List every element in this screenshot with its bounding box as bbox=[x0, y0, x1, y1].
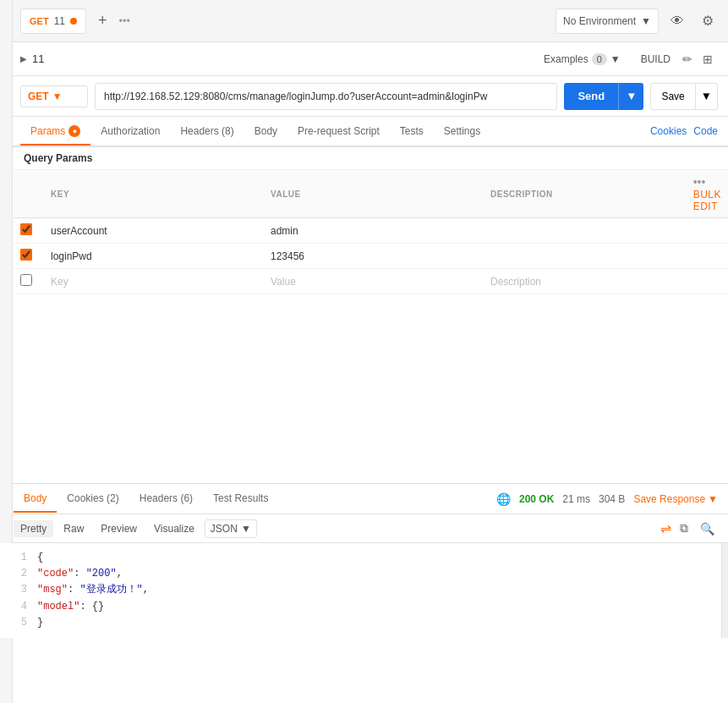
row1-key-input[interactable] bbox=[51, 225, 257, 237]
tab-settings[interactable]: Settings bbox=[434, 118, 490, 146]
response-tab-testresults[interactable]: Test Results bbox=[203, 486, 278, 513]
tab-authorization[interactable]: Authorization bbox=[90, 118, 170, 146]
eye-icon-button[interactable]: 👁 bbox=[665, 9, 689, 33]
row2-desc-input[interactable] bbox=[490, 250, 680, 262]
response-tab-headers[interactable]: Headers (6) bbox=[129, 486, 203, 513]
row2-checkbox[interactable] bbox=[20, 249, 32, 261]
examples-label: Examples bbox=[544, 53, 588, 65]
response-tab-body-label: Body bbox=[24, 492, 47, 504]
new-tab-button[interactable]: + bbox=[93, 12, 112, 30]
json-line-3: 3 "msg": "登录成功！", bbox=[10, 582, 718, 598]
copy-icon-button[interactable]: ⧉ bbox=[676, 519, 692, 537]
query-params-section: Query Params bbox=[0, 147, 728, 170]
format-pretty-button[interactable]: Pretty bbox=[14, 520, 53, 537]
row1-value-input[interactable] bbox=[271, 225, 477, 237]
expand-arrow[interactable]: ▶ bbox=[20, 54, 27, 63]
table-row bbox=[14, 218, 728, 244]
format-preview-button[interactable]: Preview bbox=[94, 520, 144, 537]
response-tab-body[interactable]: Body bbox=[14, 486, 57, 513]
format-raw-button[interactable]: Raw bbox=[57, 520, 90, 537]
table-row-empty bbox=[14, 269, 728, 294]
params-table: KEY VALUE DESCRIPTION ••• Bulk Edit bbox=[14, 170, 728, 294]
bulk-edit-button[interactable]: Bulk Edit bbox=[693, 189, 721, 212]
save-button[interactable]: Save bbox=[650, 83, 695, 110]
tab-tests[interactable]: Tests bbox=[390, 118, 434, 146]
status-time: 21 ms bbox=[562, 493, 590, 505]
request-tab[interactable]: GET 11 bbox=[20, 8, 86, 34]
cookies-link[interactable]: Cookies bbox=[650, 125, 687, 137]
col-key: KEY bbox=[44, 170, 264, 218]
search-icon-button[interactable]: 🔍 bbox=[697, 520, 718, 537]
env-label: No Environment bbox=[563, 15, 636, 27]
method-selector[interactable]: GET ▼ bbox=[20, 85, 88, 107]
params-badge: ● bbox=[68, 125, 80, 137]
send-button[interactable]: Send bbox=[564, 83, 618, 110]
row2-key-input[interactable] bbox=[51, 250, 257, 262]
response-tab-headers-label: Headers (6) bbox=[140, 492, 193, 504]
more-tabs-button[interactable]: ••• bbox=[119, 14, 131, 27]
row3-desc-input[interactable] bbox=[490, 276, 680, 288]
tab-params[interactable]: Params ● bbox=[20, 118, 90, 146]
status-size: 304 B bbox=[599, 493, 625, 505]
tab-settings-label: Settings bbox=[444, 125, 480, 137]
response-tab-cookies[interactable]: Cookies (2) bbox=[57, 486, 129, 513]
empty-params-area bbox=[14, 294, 728, 396]
tab-headers[interactable]: Headers (8) bbox=[170, 118, 244, 146]
tab-prerequest[interactable]: Pre-request Script bbox=[287, 118, 390, 146]
send-dropdown-button[interactable]: ▼ bbox=[618, 83, 643, 110]
tab-number: 11 bbox=[54, 15, 65, 27]
col-description: DESCRIPTION bbox=[484, 170, 687, 218]
row2-value-input[interactable] bbox=[271, 250, 477, 262]
tab-unsaved-dot bbox=[70, 18, 77, 25]
row3-value-input[interactable] bbox=[271, 276, 477, 288]
build-button[interactable]: BUILD bbox=[634, 51, 677, 68]
tab-prerequest-label: Pre-request Script bbox=[298, 125, 380, 137]
format-type-label: JSON bbox=[211, 523, 238, 535]
json-line-5: 5 } bbox=[10, 615, 718, 631]
row3-checkbox[interactable] bbox=[20, 274, 32, 286]
tab-headers-label: Headers (8) bbox=[180, 125, 233, 137]
examples-count: 0 bbox=[592, 53, 607, 65]
format-type-arrow: ▼ bbox=[241, 523, 251, 535]
col-actions: ••• Bulk Edit bbox=[687, 170, 728, 218]
tab-method: GET bbox=[30, 16, 49, 26]
request-name: 11 bbox=[32, 52, 44, 65]
table-icon-button[interactable]: ⊞ bbox=[698, 50, 718, 69]
examples-button[interactable]: Examples 0 ▼ bbox=[544, 53, 621, 65]
tab-params-label: Params bbox=[30, 125, 65, 137]
wrap-icon-button[interactable]: ⇌ bbox=[660, 520, 671, 536]
json-line-2: 2 "code": "200", bbox=[10, 566, 718, 582]
format-type-selector[interactable]: JSON ▼ bbox=[205, 519, 257, 538]
globe-icon: 🌐 bbox=[496, 492, 511, 506]
table-options-button[interactable]: ••• bbox=[693, 175, 706, 189]
save-dropdown-button[interactable]: ▼ bbox=[696, 83, 718, 110]
table-row bbox=[14, 244, 728, 269]
row1-checkbox[interactable] bbox=[20, 223, 32, 235]
response-tab-testresults-label: Test Results bbox=[213, 492, 268, 504]
row3-key-input[interactable] bbox=[51, 276, 257, 288]
settings-icon-button[interactable]: ⚙ bbox=[696, 9, 720, 33]
tab-body-label: Body bbox=[255, 125, 277, 137]
method-arrow: ▼ bbox=[52, 91, 63, 102]
format-visualize-button[interactable]: Visualize bbox=[147, 520, 201, 537]
tab-body[interactable]: Body bbox=[244, 118, 287, 146]
scrollbar[interactable] bbox=[721, 543, 728, 638]
json-line-4: 4 "model": {} bbox=[10, 599, 718, 615]
save-response-button[interactable]: Save Response ▼ bbox=[633, 493, 718, 505]
edit-icon-button[interactable]: ✏ bbox=[677, 50, 698, 69]
json-line-1: 1 { bbox=[10, 550, 718, 566]
col-value: VALUE bbox=[264, 170, 484, 218]
examples-arrow: ▼ bbox=[610, 53, 621, 65]
env-dropdown-arrow: ▼ bbox=[641, 15, 651, 27]
col-check bbox=[14, 170, 44, 218]
row1-desc-input[interactable] bbox=[490, 225, 680, 237]
code-link[interactable]: Code bbox=[693, 125, 718, 137]
environment-selector[interactable]: No Environment ▼ bbox=[556, 8, 659, 34]
status-code: 200 OK bbox=[519, 493, 554, 505]
tab-tests-label: Tests bbox=[400, 125, 424, 137]
tab-authorization-label: Authorization bbox=[101, 125, 160, 137]
response-tab-cookies-label: Cookies (2) bbox=[67, 492, 118, 504]
method-label: GET bbox=[28, 91, 49, 102]
url-input[interactable] bbox=[95, 83, 557, 110]
json-response-viewer: 1 { 2 "code": "200", 3 "msg": "登录成功！", 4… bbox=[0, 543, 728, 638]
